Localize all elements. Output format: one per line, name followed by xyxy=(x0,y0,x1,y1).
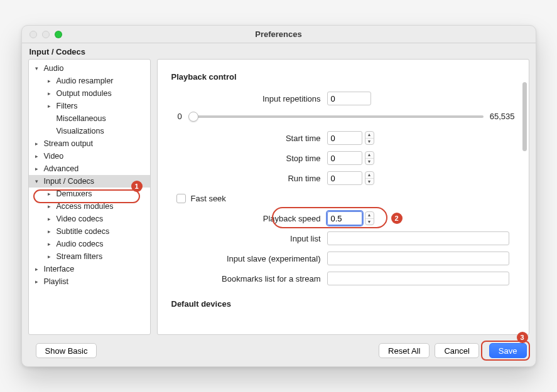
category-tree[interactable]: ▾Audio▸Audio resampler▸Output modules▸Fi… xyxy=(28,59,151,335)
chevron-right-icon: ▸ xyxy=(35,278,41,285)
slider-max-label: 65,535 xyxy=(490,112,515,121)
annotation-badge-2: 2 xyxy=(391,213,403,224)
input-slave-field[interactable] xyxy=(327,252,509,265)
tree-item[interactable]: ▸Advanced xyxy=(29,162,150,175)
preferences-window: Preferences Input / Codecs ▾Audio▸Audio … xyxy=(21,25,536,367)
tree-item-label: Filters xyxy=(57,102,78,110)
tree-item[interactable]: ▸Video xyxy=(29,150,150,162)
slider-thumb[interactable] xyxy=(188,112,198,122)
tree-item[interactable]: ▾Input / Codecs xyxy=(29,175,150,188)
playback-speed-stepper[interactable]: ▲▼ xyxy=(365,211,374,225)
stop-time-field[interactable] xyxy=(327,151,362,165)
tree-item-label: Subtitle codecs xyxy=(57,227,110,236)
tree-item[interactable]: ▸Subtitle codecs xyxy=(29,225,150,238)
chevron-right-icon: ▸ xyxy=(35,266,41,272)
tree-item-label: Visualizations xyxy=(57,127,104,135)
input-repetitions-label: Input repetitions xyxy=(171,94,327,103)
chevron-right-icon: ▸ xyxy=(48,191,54,197)
tree-item[interactable]: ▸Stream output xyxy=(29,137,150,150)
chevron-right-icon: ▸ xyxy=(48,90,54,97)
tree-item[interactable]: ▸Access modules xyxy=(29,200,150,213)
chevron-right-icon: ▸ xyxy=(35,140,41,147)
tree-item[interactable]: ▾Audio xyxy=(29,62,150,75)
tree-item[interactable]: ▸Interface xyxy=(29,263,150,275)
chevron-right-icon: ▸ xyxy=(48,241,54,247)
slider-min-label: 0 xyxy=(178,112,182,121)
window-title: Preferences xyxy=(22,29,536,39)
chevron-right-icon: ▸ xyxy=(35,166,41,172)
tree-item[interactable]: Miscellaneous xyxy=(29,112,150,125)
tree-item-label: Audio resampler xyxy=(57,77,114,85)
fast-seek-label: Fast seek xyxy=(191,194,226,203)
chevron-down-icon: ▾ xyxy=(35,178,41,184)
start-time-field[interactable] xyxy=(327,131,362,145)
run-time-field[interactable] xyxy=(327,171,362,185)
scrollbar-thumb[interactable] xyxy=(522,82,527,151)
tree-item-label: Video codecs xyxy=(57,215,104,223)
start-time-stepper[interactable]: ▲▼ xyxy=(365,131,374,145)
tree-item-label: Stream filters xyxy=(57,252,103,261)
playback-speed-field[interactable] xyxy=(327,211,362,225)
chevron-right-icon: ▸ xyxy=(48,203,54,209)
tree-item[interactable]: Visualizations xyxy=(29,125,150,137)
tree-item[interactable]: ▸Audio codecs xyxy=(29,238,150,250)
tree-item-label: Advanced xyxy=(44,164,79,173)
group-playback-control: Playback control xyxy=(171,72,515,82)
footer: Show Basic Reset All Cancel Save 3 xyxy=(22,335,536,366)
tree-item[interactable]: ▸Filters xyxy=(29,100,150,112)
fast-seek-checkbox[interactable] xyxy=(176,194,186,203)
settings-panel: Playback control Input repetitions 0 65,… xyxy=(157,59,529,335)
save-button[interactable]: Save xyxy=(489,343,527,358)
playback-speed-label: Playback speed xyxy=(171,214,327,223)
chevron-down-icon: ▾ xyxy=(35,65,41,72)
tree-item-label: Output modules xyxy=(57,89,112,98)
tree-item-label: Input / Codecs xyxy=(44,177,95,186)
run-time-stepper[interactable]: ▲▼ xyxy=(365,171,374,185)
tree-item-label: Playlist xyxy=(44,277,69,286)
reset-all-button[interactable]: Reset All xyxy=(379,343,430,358)
bookmarks-label: Bookmarks list for a stream xyxy=(171,274,327,283)
chevron-right-icon: ▸ xyxy=(48,103,54,109)
tree-item-label: Audio xyxy=(44,64,64,73)
tree-item[interactable]: ▸Playlist xyxy=(29,275,150,288)
input-list-field[interactable] xyxy=(327,231,509,245)
group-default-devices: Default devices xyxy=(171,299,515,309)
input-slave-label: Input slave (experimental) xyxy=(171,254,327,263)
chevron-right-icon: ▸ xyxy=(48,78,54,84)
cancel-button[interactable]: Cancel xyxy=(435,343,479,358)
tree-item-label: Video xyxy=(44,152,64,161)
tree-item-label: Audio codecs xyxy=(57,240,104,248)
show-basic-button[interactable]: Show Basic xyxy=(36,343,97,358)
tree-item[interactable]: ▸Video codecs xyxy=(29,213,150,225)
tree-item-label: Demuxers xyxy=(57,189,92,198)
stop-time-label: Stop time xyxy=(171,154,327,163)
bookmarks-field[interactable] xyxy=(327,272,509,285)
chevron-right-icon: ▸ xyxy=(48,253,54,260)
stop-time-stepper[interactable]: ▲▼ xyxy=(365,151,374,165)
input-repetitions-field[interactable] xyxy=(327,92,371,105)
run-time-label: Run time xyxy=(171,174,327,183)
start-time-label: Start time xyxy=(171,134,327,143)
tree-item[interactable]: ▸Audio resampler xyxy=(29,75,150,87)
tree-item[interactable]: ▸Output modules xyxy=(29,87,150,100)
tree-item[interactable]: ▸Demuxers xyxy=(29,188,150,200)
input-repetitions-slider[interactable] xyxy=(188,115,484,118)
tree-item-label: Interface xyxy=(44,265,75,273)
section-header: Input / Codecs xyxy=(22,43,536,59)
chevron-right-icon: ▸ xyxy=(48,228,54,235)
tree-item-label: Miscellaneous xyxy=(57,114,106,123)
tree-item[interactable]: ▸Stream filters xyxy=(29,250,150,263)
titlebar: Preferences xyxy=(22,26,536,43)
tree-item-label: Stream output xyxy=(44,139,94,148)
chevron-right-icon: ▸ xyxy=(35,153,41,159)
chevron-right-icon: ▸ xyxy=(48,216,54,222)
tree-item-label: Access modules xyxy=(57,202,114,211)
input-list-label: Input list xyxy=(171,234,327,243)
